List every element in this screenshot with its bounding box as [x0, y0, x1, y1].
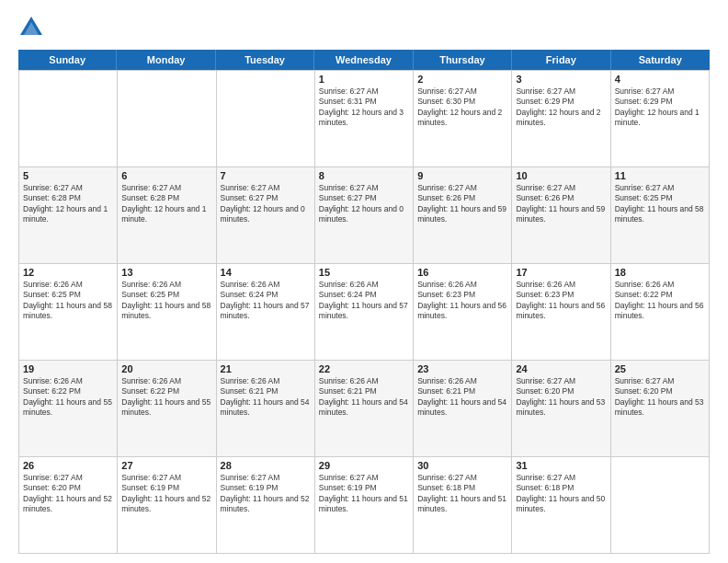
day-cell-18: 18Sunrise: 6:26 AM Sunset: 6:22 PM Dayli… [611, 264, 710, 361]
day-number: 25 [615, 363, 705, 374]
day-info: Sunrise: 6:27 AM Sunset: 6:29 PM Dayligh… [615, 86, 705, 129]
day-cell-4: 4Sunrise: 6:27 AM Sunset: 6:29 PM Daylig… [611, 71, 710, 167]
day-info: Sunrise: 6:26 AM Sunset: 6:22 PM Dayligh… [121, 376, 211, 419]
day-info: Sunrise: 6:27 AM Sunset: 6:25 PM Dayligh… [615, 183, 705, 225]
day-cell-23: 23Sunrise: 6:26 AM Sunset: 6:21 PM Dayli… [414, 361, 512, 457]
day-number: 7 [221, 170, 311, 181]
logo [18, 15, 48, 40]
day-info: Sunrise: 6:27 AM Sunset: 6:20 PM Dayligh… [516, 376, 606, 419]
day-cell-24: 24Sunrise: 6:27 AM Sunset: 6:20 PM Dayli… [512, 361, 610, 457]
day-info: Sunrise: 6:27 AM Sunset: 6:29 PM Dayligh… [516, 86, 606, 129]
day-info: Sunrise: 6:27 AM Sunset: 6:20 PM Dayligh… [615, 376, 705, 419]
empty-cell [19, 71, 118, 167]
day-info: Sunrise: 6:27 AM Sunset: 6:18 PM Dayligh… [417, 473, 507, 515]
day-cell-28: 28Sunrise: 6:27 AM Sunset: 6:19 PM Dayli… [217, 457, 315, 554]
calendar-header: SundayMondayTuesdayWednesdayThursdayFrid… [18, 50, 710, 70]
day-number: 31 [516, 460, 606, 471]
day-info: Sunrise: 6:27 AM Sunset: 6:20 PM Dayligh… [23, 473, 113, 515]
day-info: Sunrise: 6:26 AM Sunset: 6:24 PM Dayligh… [319, 280, 409, 322]
day-number: 22 [319, 363, 409, 374]
day-info: Sunrise: 6:26 AM Sunset: 6:25 PM Dayligh… [23, 280, 113, 322]
day-info: Sunrise: 6:27 AM Sunset: 6:28 PM Dayligh… [121, 183, 211, 225]
day-cell-13: 13Sunrise: 6:26 AM Sunset: 6:25 PM Dayli… [118, 264, 216, 361]
day-info: Sunrise: 6:27 AM Sunset: 6:19 PM Dayligh… [221, 473, 311, 515]
day-number: 20 [121, 363, 211, 374]
weekday-header-friday: Friday [512, 50, 610, 70]
day-cell-15: 15Sunrise: 6:26 AM Sunset: 6:24 PM Dayli… [315, 264, 414, 361]
day-number: 5 [23, 170, 113, 181]
day-number: 29 [319, 460, 409, 471]
day-info: Sunrise: 6:26 AM Sunset: 6:21 PM Dayligh… [319, 376, 409, 419]
day-cell-19: 19Sunrise: 6:26 AM Sunset: 6:22 PM Dayli… [19, 361, 118, 457]
day-info: Sunrise: 6:26 AM Sunset: 6:21 PM Dayligh… [417, 376, 507, 419]
day-cell-31: 31Sunrise: 6:27 AM Sunset: 6:18 PM Dayli… [512, 457, 610, 554]
day-number: 24 [516, 363, 606, 374]
day-cell-22: 22Sunrise: 6:26 AM Sunset: 6:21 PM Dayli… [315, 361, 414, 457]
day-number: 1 [319, 74, 409, 85]
weekday-header-wednesday: Wednesday [314, 50, 413, 70]
page: SundayMondayTuesdayWednesdayThursdayFrid… [0, 0, 728, 563]
day-info: Sunrise: 6:27 AM Sunset: 6:31 PM Dayligh… [319, 86, 409, 129]
day-number: 10 [516, 170, 606, 181]
day-info: Sunrise: 6:26 AM Sunset: 6:22 PM Dayligh… [615, 280, 705, 322]
day-info: Sunrise: 6:26 AM Sunset: 6:22 PM Dayligh… [23, 376, 113, 419]
day-cell-10: 10Sunrise: 6:27 AM Sunset: 6:26 PM Dayli… [512, 167, 610, 264]
day-info: Sunrise: 6:27 AM Sunset: 6:26 PM Dayligh… [516, 183, 606, 225]
day-number: 3 [516, 74, 606, 85]
empty-cell [118, 71, 216, 167]
day-number: 14 [221, 267, 311, 278]
day-info: Sunrise: 6:26 AM Sunset: 6:24 PM Dayligh… [221, 280, 311, 322]
day-info: Sunrise: 6:26 AM Sunset: 6:23 PM Dayligh… [417, 280, 507, 322]
day-number: 19 [23, 363, 113, 374]
day-number: 23 [417, 363, 507, 374]
weekday-header-sunday: Sunday [18, 50, 117, 70]
calendar: SundayMondayTuesdayWednesdayThursdayFrid… [18, 50, 710, 554]
day-cell-20: 20Sunrise: 6:26 AM Sunset: 6:22 PM Dayli… [118, 361, 216, 457]
day-number: 8 [319, 170, 409, 181]
day-number: 4 [615, 74, 705, 85]
day-cell-26: 26Sunrise: 6:27 AM Sunset: 6:20 PM Dayli… [19, 457, 118, 554]
day-cell-16: 16Sunrise: 6:26 AM Sunset: 6:23 PM Dayli… [414, 264, 512, 361]
day-info: Sunrise: 6:26 AM Sunset: 6:21 PM Dayligh… [221, 376, 311, 419]
day-info: Sunrise: 6:27 AM Sunset: 6:27 PM Dayligh… [319, 183, 409, 225]
day-number: 16 [417, 267, 507, 278]
day-number: 27 [121, 460, 211, 471]
day-cell-27: 27Sunrise: 6:27 AM Sunset: 6:19 PM Dayli… [118, 457, 216, 554]
day-cell-1: 1Sunrise: 6:27 AM Sunset: 6:31 PM Daylig… [315, 71, 414, 167]
day-info: Sunrise: 6:27 AM Sunset: 6:19 PM Dayligh… [319, 473, 409, 515]
day-info: Sunrise: 6:27 AM Sunset: 6:19 PM Dayligh… [121, 473, 211, 515]
day-info: Sunrise: 6:27 AM Sunset: 6:26 PM Dayligh… [417, 183, 507, 225]
day-cell-3: 3Sunrise: 6:27 AM Sunset: 6:29 PM Daylig… [512, 71, 610, 167]
day-info: Sunrise: 6:26 AM Sunset: 6:25 PM Dayligh… [121, 280, 211, 322]
day-number: 2 [417, 74, 507, 85]
day-cell-14: 14Sunrise: 6:26 AM Sunset: 6:24 PM Dayli… [217, 264, 315, 361]
day-number: 26 [23, 460, 113, 471]
day-number: 6 [121, 170, 211, 181]
day-info: Sunrise: 6:27 AM Sunset: 6:30 PM Dayligh… [417, 86, 507, 129]
day-cell-7: 7Sunrise: 6:27 AM Sunset: 6:27 PM Daylig… [217, 167, 315, 264]
day-cell-6: 6Sunrise: 6:27 AM Sunset: 6:28 PM Daylig… [118, 167, 216, 264]
logo-icon [18, 15, 44, 40]
day-info: Sunrise: 6:27 AM Sunset: 6:27 PM Dayligh… [221, 183, 311, 225]
day-info: Sunrise: 6:27 AM Sunset: 6:18 PM Dayligh… [516, 473, 606, 515]
weekday-header-thursday: Thursday [414, 50, 512, 70]
day-cell-29: 29Sunrise: 6:27 AM Sunset: 6:19 PM Dayli… [315, 457, 414, 554]
header [18, 15, 710, 40]
day-number: 15 [319, 267, 409, 278]
day-number: 18 [615, 267, 705, 278]
weekday-header-monday: Monday [117, 50, 215, 70]
day-number: 11 [615, 170, 705, 181]
day-number: 9 [417, 170, 507, 181]
day-cell-17: 17Sunrise: 6:26 AM Sunset: 6:23 PM Dayli… [512, 264, 610, 361]
day-cell-11: 11Sunrise: 6:27 AM Sunset: 6:25 PM Dayli… [611, 167, 710, 264]
day-info: Sunrise: 6:27 AM Sunset: 6:28 PM Dayligh… [23, 183, 113, 225]
day-number: 17 [516, 267, 606, 278]
weekday-header-tuesday: Tuesday [216, 50, 314, 70]
empty-cell [611, 457, 710, 554]
empty-cell [217, 71, 315, 167]
day-cell-25: 25Sunrise: 6:27 AM Sunset: 6:20 PM Dayli… [611, 361, 710, 457]
day-number: 12 [23, 267, 113, 278]
day-cell-5: 5Sunrise: 6:27 AM Sunset: 6:28 PM Daylig… [19, 167, 118, 264]
day-cell-9: 9Sunrise: 6:27 AM Sunset: 6:26 PM Daylig… [414, 167, 512, 264]
weekday-header-saturday: Saturday [611, 50, 710, 70]
